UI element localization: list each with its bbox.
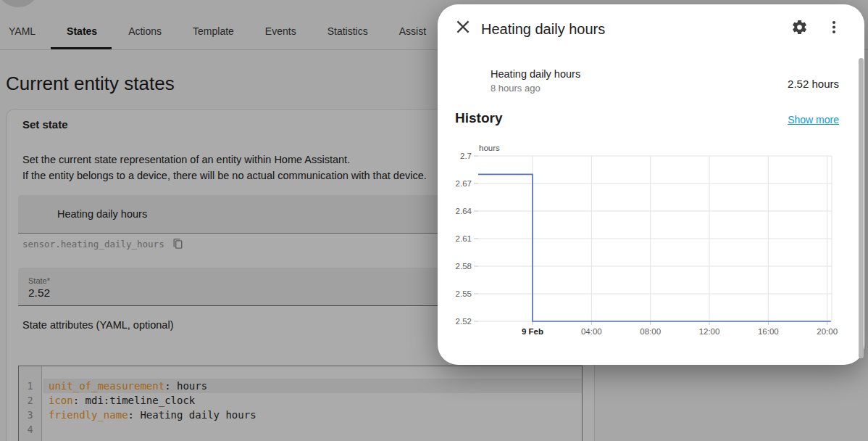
svg-text:20:00: 20:00	[817, 327, 838, 336]
entity-last-changed: 8 hours ago	[491, 83, 541, 94]
svg-text:2.52: 2.52	[456, 317, 472, 326]
svg-text:9 Feb: 9 Feb	[522, 327, 543, 336]
svg-text:2.55: 2.55	[456, 289, 472, 298]
svg-text:2.61: 2.61	[456, 234, 472, 243]
overflow-menu-icon[interactable]	[827, 19, 841, 36]
entity-state-value: 2.52 hours	[788, 78, 839, 90]
svg-text:hours: hours	[479, 144, 500, 152]
svg-text:16:00: 16:00	[758, 327, 779, 336]
history-chart[interactable]: 2.72.672.642.612.582.552.529 Feb04:0008:…	[438, 133, 864, 344]
svg-text:2.58: 2.58	[456, 262, 472, 271]
svg-text:2.7: 2.7	[460, 152, 472, 160]
more-info-dialog: Heating daily hours Heating daily hours …	[438, 4, 864, 365]
svg-text:2.64: 2.64	[456, 207, 472, 215]
svg-text:04:00: 04:00	[581, 327, 602, 336]
entity-name: Heating daily hours	[491, 68, 580, 80]
gear-icon[interactable]	[791, 19, 808, 36]
screen: YAMLStatesActionsTemplateEventsStatistic…	[0, 0, 868, 441]
svg-text:12:00: 12:00	[699, 327, 720, 336]
svg-text:2.67: 2.67	[456, 179, 472, 188]
dialog-scrollbar-thumb[interactable]	[859, 58, 864, 358]
history-heading: History	[455, 110, 502, 126]
svg-text:08:00: 08:00	[640, 327, 661, 336]
show-more-link[interactable]: Show more	[788, 114, 839, 125]
close-icon[interactable]	[454, 17, 472, 36]
dialog-title: Heating daily hours	[481, 21, 605, 38]
